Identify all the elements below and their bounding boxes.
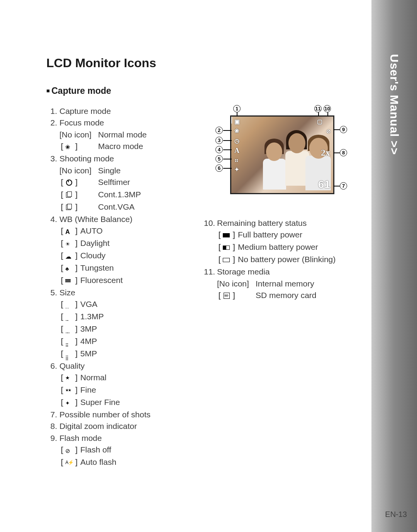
callout-9: 9 <box>340 126 347 133</box>
callout-8: 8 <box>340 149 347 156</box>
screen-camera-icon: ▣ <box>234 118 240 125</box>
item-size: Size <box>59 287 75 298</box>
size-vga-icon <box>65 302 73 308</box>
page-content: LCD Monitor Icons Capture mode 1.Capture… <box>46 56 363 469</box>
screen-timer-icon: ◷ <box>234 137 239 144</box>
item-focus-mode: Focus mode <box>59 117 104 129</box>
screen-wb-icon: A <box>234 147 239 155</box>
screen-count-value: 61 <box>318 178 330 191</box>
item-flash: Flash mode <box>59 432 102 444</box>
callout-2: 2 <box>215 127 223 134</box>
wb-auto-icon <box>65 228 73 234</box>
screen-flash-icon: ⊘ <box>326 128 331 134</box>
callout-3: 3 <box>215 137 223 144</box>
left-column: 1.Capture mode 2.Focus mode [No icon]Nor… <box>46 105 192 469</box>
selftimer-icon <box>65 180 73 186</box>
wb-tungsten-icon <box>65 265 73 271</box>
callout-11: 11 <box>314 105 322 112</box>
size-3mp-icon <box>65 326 73 332</box>
battery-empty-icon <box>223 257 231 263</box>
callout-5: 5 <box>215 155 223 163</box>
no-icon-label: [No icon] <box>59 165 98 176</box>
no-icon-label: [No icon] <box>217 278 256 290</box>
lcd-diagram: ▣ ❀ ◷ A ⠶ ✦ ▢ ⊘ 2x 61 1 2 3 4 5 <box>204 105 351 206</box>
flash-auto-icon <box>65 459 73 466</box>
callout-7: 7 <box>340 182 347 190</box>
size-4mp-icon <box>65 339 73 345</box>
flash-off-icon <box>65 447 73 453</box>
item-quality: Quality <box>59 360 85 372</box>
quality-superfine-icon <box>65 400 73 406</box>
screen-zoom-value: 2x <box>321 147 330 158</box>
item-storage: Storage media <box>217 266 270 278</box>
continuous-icon <box>65 192 73 198</box>
item-battery: Remaining battery status <box>217 217 307 229</box>
screen-macro-icon: ❀ <box>234 127 239 134</box>
sd-card-icon <box>223 293 231 299</box>
lcd-screen: ▣ ❀ ◷ A ⠶ ✦ ▢ ⊘ 2x 61 <box>230 115 334 194</box>
quality-normal-icon <box>65 375 73 381</box>
screen-quality-icon: ✦ <box>234 166 239 173</box>
item-zoom: Digital zoom indicator <box>59 420 137 432</box>
battery-full-icon <box>223 232 231 238</box>
right-column: ▣ ❀ ◷ A ⠶ ✦ ▢ ⊘ 2x 61 1 2 3 4 5 <box>204 105 358 302</box>
quality-fine-icon <box>65 387 73 393</box>
size-5mp-icon <box>65 351 73 357</box>
callout-6: 6 <box>215 164 223 172</box>
screen-size-icon: ⠶ <box>234 157 239 164</box>
wb-fluorescent-icon <box>65 278 73 284</box>
no-icon-label: [No icon] <box>59 129 98 141</box>
item-shot-count: Possible number of shots <box>59 409 151 420</box>
section-title: Capture mode <box>46 86 363 96</box>
continuous-icon <box>65 204 73 210</box>
screen-battery-icon <box>231 116 232 124</box>
sidebar-title: User's Manual >> <box>388 54 401 155</box>
page-number: EN-13 <box>385 510 407 519</box>
screen-storage-icon: ▢ <box>317 118 322 124</box>
size-1mp-icon <box>65 314 73 320</box>
item-capture-mode: Capture mode <box>59 105 111 117</box>
callout-10: 10 <box>324 105 331 112</box>
battery-medium-icon <box>223 244 231 251</box>
page-title: LCD Monitor Icons <box>46 56 363 70</box>
wb-daylight-icon <box>65 241 73 247</box>
item-white-balance: WB (White Balance) <box>59 213 132 225</box>
sidebar: User's Manual >> <box>371 0 417 532</box>
callout-4: 4 <box>215 146 223 153</box>
callout-1: 1 <box>233 105 241 112</box>
item-shooting-mode: Shooting mode <box>59 153 114 164</box>
macro-icon <box>65 144 73 150</box>
wb-cloudy-icon <box>65 253 73 259</box>
